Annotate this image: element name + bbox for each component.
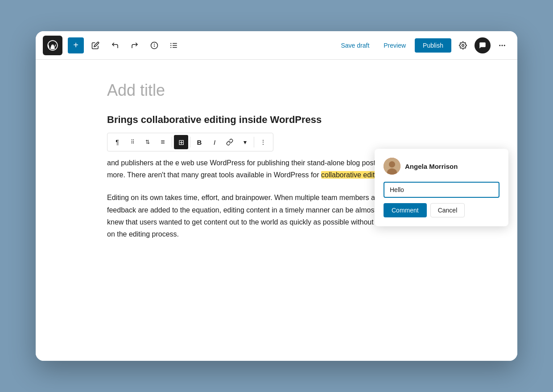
arrows-icon: ⇅ <box>145 139 150 145</box>
comment-icon <box>479 41 487 49</box>
block-toolbar: ¶ ⠿ ⇅ ≡ ⊞ B I <box>107 133 273 151</box>
svg-point-9 <box>462 44 464 46</box>
avatar-image <box>384 158 400 175</box>
toolbar-divider-1 <box>172 137 172 147</box>
more-options-button[interactable] <box>494 37 510 53</box>
pencil-icon <box>91 41 99 49</box>
comment-submit-button[interactable]: Comment <box>384 203 427 217</box>
editor-area: Add title Brings collaborative editing i… <box>36 60 517 361</box>
align-icon: ≡ <box>161 138 165 146</box>
svg-point-10 <box>499 45 500 46</box>
comment-popup: Angela Morrison Comment Cancel <box>375 149 508 226</box>
undo-icon <box>111 41 119 49</box>
toolbar-divider-2 <box>190 137 190 147</box>
list-icon <box>170 41 178 49</box>
plus-square-icon: ⊞ <box>178 138 184 147</box>
chevron-down-icon: ▾ <box>243 139 247 146</box>
italic-icon: I <box>214 139 215 146</box>
cancel-button[interactable]: Cancel <box>430 203 465 217</box>
comment-actions: Comment Cancel <box>384 203 499 217</box>
avatar <box>384 158 400 175</box>
align-button[interactable]: ≡ <box>156 135 170 149</box>
ellipsis-vertical-icon: ⋮ <box>260 139 266 146</box>
ellipsis-icon <box>498 41 506 49</box>
info-icon <box>150 41 158 49</box>
italic-button[interactable]: I <box>207 135 222 149</box>
bold-icon: B <box>197 139 202 146</box>
editor-window: + <box>36 31 517 361</box>
more-toolbar-button[interactable]: ⋮ <box>256 135 270 149</box>
comment-input[interactable] <box>384 182 499 198</box>
move-up-down-button[interactable]: ⇅ <box>140 135 155 149</box>
drag-handle-button[interactable]: ⠿ <box>125 135 140 149</box>
grid-dots-icon: ⠿ <box>131 139 135 145</box>
paragraph-icon-button[interactable]: ¶ <box>110 135 124 149</box>
bold-button[interactable]: B <box>192 135 206 149</box>
toolbar-divider-3 <box>254 137 254 147</box>
link-icon <box>226 139 233 146</box>
edit-button[interactable] <box>87 37 103 53</box>
add-inline-button[interactable]: ⊞ <box>174 135 188 149</box>
svg-point-12 <box>504 45 505 46</box>
preview-button[interactable]: Preview <box>378 38 411 53</box>
redo-button[interactable] <box>127 37 143 53</box>
undo-button[interactable] <box>107 37 123 53</box>
info-button[interactable] <box>146 37 162 53</box>
comment-header: Angela Morrison <box>384 158 499 175</box>
add-block-button[interactable]: + <box>68 37 84 53</box>
gear-icon <box>459 41 467 49</box>
list-view-button[interactable] <box>166 37 182 53</box>
post-heading[interactable]: Brings collaborative editing inside Word… <box>107 114 446 126</box>
comment-author-name: Angela Morrison <box>405 163 458 170</box>
link-button[interactable] <box>223 135 237 149</box>
post-title-input[interactable]: Add title <box>107 81 446 100</box>
save-draft-button[interactable]: Save draft <box>335 38 375 53</box>
publish-button[interactable]: Publish <box>415 38 451 53</box>
svg-point-14 <box>389 161 395 167</box>
dropdown-button[interactable]: ▾ <box>238 135 252 149</box>
svg-point-11 <box>502 45 503 46</box>
wp-logo[interactable] <box>43 36 62 55</box>
paragraph-icon: ¶ <box>116 139 119 146</box>
settings-button[interactable] <box>455 37 471 53</box>
topbar: + <box>36 31 517 60</box>
plus-icon: + <box>73 40 78 50</box>
comments-button[interactable] <box>475 37 491 53</box>
redo-icon <box>131 41 139 49</box>
